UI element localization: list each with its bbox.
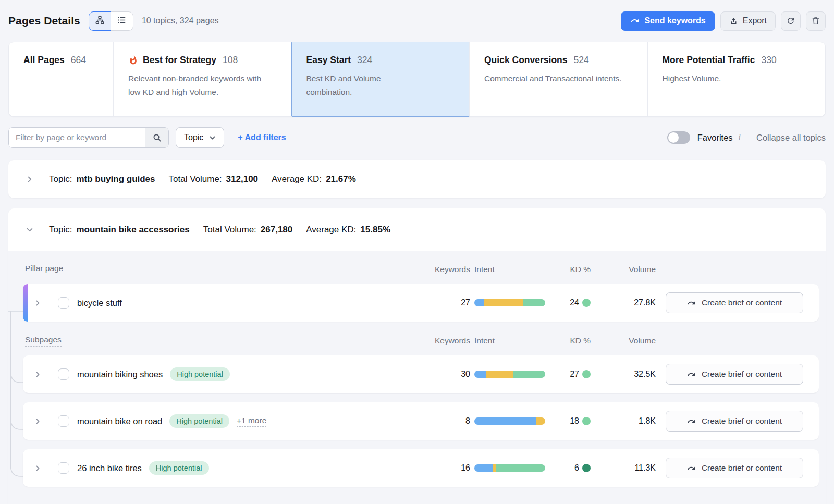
column-kd: KD % bbox=[570, 265, 591, 274]
kd-dot bbox=[582, 299, 591, 307]
pillar-columns-header: Pillar page Keywords Intent KD % Volume bbox=[23, 260, 819, 279]
favorites-label: Favorites bbox=[697, 133, 733, 143]
list-view-button[interactable] bbox=[111, 11, 133, 31]
search-input[interactable] bbox=[9, 128, 145, 147]
tab-best-for-strategy[interactable]: Best for Strategy 108 Relevant non-brand… bbox=[113, 42, 291, 116]
page-name: mountain bike on road bbox=[77, 416, 162, 426]
send-keywords-button[interactable]: Send keywords bbox=[621, 11, 715, 31]
kd-value: 18 bbox=[570, 416, 579, 426]
column-keywords: Keywords bbox=[435, 265, 470, 274]
trash-icon bbox=[811, 16, 820, 26]
intent-bar bbox=[474, 299, 545, 306]
column-intent: Intent bbox=[474, 336, 495, 346]
kd-dot bbox=[582, 417, 591, 425]
toggle-knob bbox=[668, 132, 679, 143]
tab-all-pages[interactable]: All Pages 664 bbox=[9, 42, 113, 116]
filter-bar: Topic + Add filters Favorites i Collapse… bbox=[8, 127, 826, 148]
tree-view-button[interactable] bbox=[89, 11, 111, 31]
keywords-count: 27 bbox=[461, 298, 470, 308]
column-keywords: Keywords bbox=[435, 336, 470, 346]
page-title: Pages Details bbox=[8, 15, 80, 27]
page-name: 26 inch bike tires bbox=[77, 463, 142, 473]
more-badges-link[interactable]: +1 more bbox=[237, 416, 266, 427]
high-potential-badge: High potential bbox=[169, 414, 229, 428]
search-button[interactable] bbox=[145, 128, 168, 147]
pillar-page-label[interactable]: Pillar page bbox=[25, 264, 63, 275]
topic-row-mountain-bike-accessories[interactable]: Topic: mountain bike accessories Total V… bbox=[8, 208, 826, 251]
total-volume-value: 267,180 bbox=[261, 225, 292, 235]
subpage-row: 26 inch bike tires High potential 16 6 1… bbox=[23, 449, 819, 487]
create-brief-button[interactable]: Create brief or content bbox=[666, 292, 803, 313]
keywords-count: 8 bbox=[465, 416, 470, 426]
pillar-page-row: bicycle stuff 27 24 27.8K Create brief o… bbox=[23, 284, 819, 322]
tab-more-potential-traffic[interactable]: More Potential Traffic 330 Highest Volum… bbox=[647, 42, 826, 116]
send-arrow-icon bbox=[687, 464, 696, 473]
tab-quick-conversions[interactable]: Quick Conversions 524 Commercial and Tra… bbox=[469, 42, 647, 116]
chevron-right-icon[interactable] bbox=[34, 300, 41, 306]
search-icon bbox=[153, 133, 162, 142]
add-filters-link[interactable]: + Add filters bbox=[238, 133, 286, 142]
favorites-toggle[interactable] bbox=[667, 131, 690, 144]
chevron-right-icon[interactable] bbox=[34, 465, 41, 472]
keywords-count: 30 bbox=[461, 370, 470, 379]
row-checkbox[interactable] bbox=[58, 368, 69, 380]
column-intent: Intent bbox=[474, 265, 495, 274]
high-potential-badge: High potential bbox=[149, 461, 209, 475]
chevron-right-icon[interactable] bbox=[34, 371, 41, 378]
create-brief-button[interactable]: Create brief or content bbox=[666, 364, 803, 385]
view-toggle bbox=[89, 11, 133, 31]
total-volume-value: 312,100 bbox=[226, 174, 258, 185]
subpages-columns-header: Subpages Keywords Intent KD % Volume bbox=[23, 331, 819, 351]
send-arrow-icon bbox=[687, 370, 696, 379]
chevron-down-icon[interactable] bbox=[26, 226, 33, 233]
row-checkbox[interactable] bbox=[58, 297, 69, 309]
average-kd-prefix: Average KD: bbox=[306, 225, 356, 235]
topic-section-mountain-bike-accessories: Topic: mountain bike accessories Total V… bbox=[8, 208, 826, 504]
page-name: mountain biking shoes bbox=[77, 370, 163, 379]
subpages-label[interactable]: Subpages bbox=[25, 335, 62, 347]
column-kd: KD % bbox=[570, 336, 591, 346]
intent-bar bbox=[474, 417, 545, 425]
topic-row-mtb-buying-guides[interactable]: Topic: mtb buying guides Total Volume: 3… bbox=[8, 160, 826, 198]
column-volume: Volume bbox=[629, 265, 656, 274]
export-upload-icon bbox=[729, 17, 738, 26]
column-volume: Volume bbox=[629, 336, 656, 346]
topic-prefix: Topic: bbox=[49, 225, 72, 235]
send-arrow-icon bbox=[687, 299, 696, 308]
chevron-right-icon[interactable] bbox=[26, 176, 33, 183]
volume-value: 11.3K bbox=[634, 463, 656, 473]
topics-pages-summary: 10 topics, 324 pages bbox=[142, 16, 219, 26]
export-button[interactable]: Export bbox=[720, 11, 776, 31]
delete-button[interactable] bbox=[806, 11, 826, 31]
refresh-button[interactable] bbox=[781, 11, 801, 31]
kd-value: 6 bbox=[574, 463, 579, 473]
topic-filter-dropdown[interactable]: Topic bbox=[176, 127, 224, 148]
total-volume-prefix: Total Volume: bbox=[169, 174, 222, 185]
tab-easy-start[interactable]: Easy Start 324 Best KD and Volume combin… bbox=[291, 42, 470, 116]
topic-prefix: Topic: bbox=[49, 174, 72, 185]
chevron-down-icon bbox=[209, 134, 216, 141]
intent-bar bbox=[474, 464, 545, 472]
intent-bar bbox=[474, 371, 545, 378]
row-checkbox[interactable] bbox=[58, 415, 69, 427]
volume-value: 27.8K bbox=[634, 298, 656, 308]
flame-icon bbox=[128, 55, 138, 65]
search-box bbox=[8, 127, 169, 148]
create-brief-button[interactable]: Create brief or content bbox=[666, 458, 803, 478]
hierarchy-view-icon bbox=[95, 15, 105, 27]
page-name: bicycle stuff bbox=[77, 298, 122, 308]
row-checkbox[interactable] bbox=[58, 462, 69, 474]
list-view-icon bbox=[117, 15, 127, 27]
volume-value: 32.5K bbox=[634, 370, 656, 379]
collapse-all-topics-link[interactable]: Collapse all topics bbox=[756, 133, 826, 143]
average-kd-value: 15.85% bbox=[360, 225, 390, 235]
kd-value: 27 bbox=[570, 370, 579, 379]
average-kd-prefix: Average KD: bbox=[272, 174, 322, 185]
create-brief-button[interactable]: Create brief or content bbox=[666, 411, 803, 432]
kd-value: 24 bbox=[570, 298, 579, 308]
high-potential-badge: High potential bbox=[170, 367, 230, 381]
tree-connector-lines bbox=[8, 260, 23, 499]
topic-name: mtb buying guides bbox=[76, 174, 155, 185]
info-icon[interactable]: i bbox=[739, 133, 741, 142]
chevron-right-icon[interactable] bbox=[34, 418, 41, 425]
